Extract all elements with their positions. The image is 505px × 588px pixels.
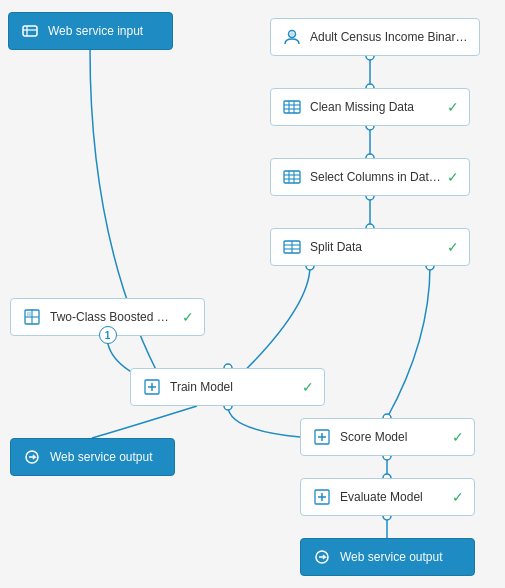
adult-census-node[interactable]: Adult Census Income Binary ... xyxy=(270,18,480,56)
select-columns-icon xyxy=(281,166,303,188)
adult-census-icon xyxy=(281,26,303,48)
two-class-boosted-badge: 1 xyxy=(99,326,117,344)
web-service-output-1-node[interactable]: Web service output xyxy=(10,438,175,476)
two-class-boosted-check: ✓ xyxy=(182,309,194,325)
score-model-icon xyxy=(311,426,333,448)
train-model-icon xyxy=(141,376,163,398)
clean-missing-node[interactable]: Clean Missing Data ✓ xyxy=(270,88,470,126)
web-service-output-2-node[interactable]: Web service output xyxy=(300,538,475,576)
adult-census-label: Adult Census Income Binary ... xyxy=(310,30,469,44)
split-data-label: Split Data xyxy=(310,240,441,254)
web-service-input-node[interactable]: Web service input xyxy=(8,12,173,50)
pipeline-canvas: Web service input Adult Census Income Bi… xyxy=(0,0,505,588)
train-model-check: ✓ xyxy=(302,379,314,395)
select-columns-node[interactable]: Select Columns in Dataset ✓ xyxy=(270,158,470,196)
svg-rect-24 xyxy=(284,101,300,113)
split-data-icon xyxy=(281,236,303,258)
split-data-node[interactable]: Split Data ✓ xyxy=(270,228,470,266)
web-service-output-2-label: Web service output xyxy=(340,550,464,564)
web-output-1-icon xyxy=(21,446,43,468)
evaluate-model-label: Evaluate Model xyxy=(340,490,446,504)
web-output-2-icon xyxy=(311,546,333,568)
svg-rect-41 xyxy=(27,312,31,316)
evaluate-model-node[interactable]: Evaluate Model ✓ xyxy=(300,478,475,516)
select-columns-check: ✓ xyxy=(447,169,459,185)
train-model-label: Train Model xyxy=(170,380,296,394)
score-model-label: Score Model xyxy=(340,430,446,444)
svg-rect-29 xyxy=(284,171,300,183)
web-input-icon xyxy=(19,20,41,42)
evaluate-model-check: ✓ xyxy=(452,489,464,505)
clean-missing-check: ✓ xyxy=(447,99,459,115)
clean-missing-icon xyxy=(281,96,303,118)
svg-point-23 xyxy=(290,32,294,36)
web-service-input-label: Web service input xyxy=(48,24,162,38)
score-model-check: ✓ xyxy=(452,429,464,445)
two-class-boosted-label: Two-Class Boosted Decision ... xyxy=(50,310,176,324)
clean-missing-label: Clean Missing Data xyxy=(310,100,441,114)
select-columns-label: Select Columns in Dataset xyxy=(310,170,441,184)
web-service-output-1-label: Web service output xyxy=(50,450,164,464)
svg-rect-19 xyxy=(23,26,37,36)
split-data-check: ✓ xyxy=(447,239,459,255)
two-class-boosted-node[interactable]: Two-Class Boosted Decision ... ✓ 1 xyxy=(10,298,205,336)
evaluate-model-icon xyxy=(311,486,333,508)
train-model-node[interactable]: Train Model ✓ xyxy=(130,368,325,406)
score-model-node[interactable]: Score Model ✓ xyxy=(300,418,475,456)
two-class-boosted-icon xyxy=(21,306,43,328)
